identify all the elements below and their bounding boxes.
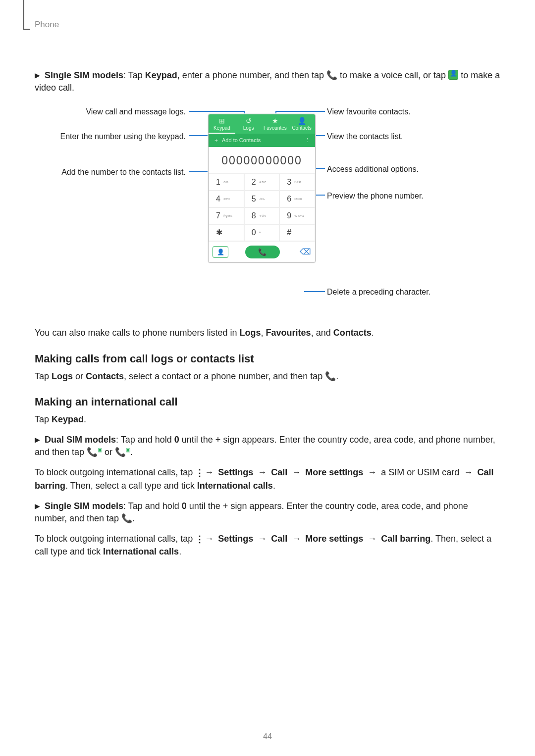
block-intl-dual: To block outgoing international calls, t… bbox=[35, 466, 500, 492]
callout-contacts: View the contacts list. bbox=[327, 132, 456, 141]
plus-icon: ＋ bbox=[214, 137, 219, 144]
callout-delete: Delete a preceding character. bbox=[327, 287, 466, 297]
more-options-icon[interactable]: ⋮ bbox=[305, 137, 310, 144]
key-7[interactable]: 7ᴘǫʀs bbox=[209, 207, 244, 224]
voice-call-button[interactable]: 📞 bbox=[245, 246, 280, 258]
key-2[interactable]: 2ᴀʙᴄ bbox=[244, 174, 280, 191]
single-sim-para: ▶ Single SIM models: Tap and hold 0 unti… bbox=[35, 500, 500, 525]
header-tab-mark bbox=[23, 0, 24, 30]
callout-fav: View favourite contacts. bbox=[327, 107, 456, 116]
video-call-icon bbox=[448, 70, 458, 80]
tab-contacts[interactable]: 👤Contacts bbox=[288, 114, 315, 133]
callout-logs: View call and message logs. bbox=[54, 107, 186, 116]
key-6[interactable]: 6ᴍɴᴏ bbox=[279, 191, 315, 207]
tab-favourites[interactable]: ★Favourites bbox=[262, 114, 289, 133]
callout-add: Add the number to the contacts list. bbox=[40, 167, 186, 177]
page-number: 44 bbox=[0, 732, 535, 741]
keypad-icon: ⊞ bbox=[209, 117, 235, 125]
callout-options: Access additional options. bbox=[327, 164, 456, 174]
person-icon: 👤 bbox=[288, 117, 315, 125]
key-9[interactable]: 9ᴡxʏᴢ bbox=[279, 207, 315, 224]
star-icon: ★ bbox=[262, 117, 289, 125]
backspace-button[interactable]: ⌫ bbox=[296, 247, 311, 256]
add-to-contacts-bar[interactable]: ＋Add to Contacts ⋮ bbox=[209, 134, 315, 147]
phone-sim1-icon: 📞▣ bbox=[87, 447, 102, 457]
dial-actions: 👤 📞 ⌫ bbox=[209, 241, 315, 262]
phone-handset-icon: 📞 bbox=[325, 371, 336, 381]
tab-keypad[interactable]: ⊞Keypad bbox=[209, 114, 235, 133]
triangle-bullet-icon: ▶ bbox=[35, 71, 40, 81]
callout-keypad: Enter the number using the keypad. bbox=[54, 132, 186, 141]
call-logs-para: Tap Logs or Contacts, select a contact o… bbox=[35, 370, 500, 383]
callout-preview: Preview the phone number. bbox=[327, 191, 456, 201]
phone-tabs: ⊞Keypad ↺Logs ★Favourites 👤Contacts bbox=[209, 114, 315, 133]
tab-logs[interactable]: ↺Logs bbox=[235, 114, 262, 133]
key-5[interactable]: 5ᴊᴋʟ bbox=[244, 191, 280, 207]
block-intl-single: To block outgoing international calls, t… bbox=[35, 533, 500, 558]
phone-screenshot: ⊞Keypad ↺Logs ★Favourites 👤Contacts ＋Add… bbox=[208, 114, 316, 262]
phone-handset-icon: 📞 bbox=[326, 70, 337, 80]
intro-label: Single SIM models bbox=[45, 70, 123, 80]
header: Phone bbox=[35, 20, 500, 40]
logs-fav-contacts-line: You can also make calls to phone numbers… bbox=[35, 327, 500, 339]
key-4[interactable]: 4ɢʜɪ bbox=[209, 191, 244, 207]
heading-intl-call: Making an international call bbox=[35, 396, 500, 408]
key-1[interactable]: 1ᴏᴏ bbox=[209, 174, 244, 191]
dial-number-display: 00000000000 bbox=[209, 147, 315, 174]
logs-icon: ↺ bbox=[235, 117, 262, 125]
key-0[interactable]: 0+ bbox=[244, 224, 280, 241]
phone-handset-icon: 📞 bbox=[121, 513, 132, 523]
dual-sim-para: ▶ Dual SIM models: Tap and hold 0 until … bbox=[35, 434, 500, 458]
tap-keypad-line: Tap Keypad. bbox=[35, 413, 500, 426]
key-8[interactable]: 8ᴛᴜᴠ bbox=[244, 207, 280, 224]
annotated-figure: View call and message logs. Enter the nu… bbox=[35, 104, 500, 312]
menu-icon: ⋮ bbox=[195, 467, 200, 479]
key-hash[interactable]: # bbox=[279, 224, 315, 241]
video-call-button[interactable]: 👤 bbox=[213, 246, 228, 258]
heading-call-logs: Making calls from call logs or contacts … bbox=[35, 353, 500, 365]
triangle-bullet-icon: ▶ bbox=[35, 435, 40, 445]
phone-sim2-icon: 📞▣ bbox=[115, 447, 130, 457]
section-title: Phone bbox=[35, 20, 59, 29]
key-3[interactable]: 3ᴅᴇғ bbox=[279, 174, 315, 191]
key-star[interactable]: ✱ bbox=[209, 224, 244, 241]
menu-icon: ⋮ bbox=[195, 533, 200, 546]
dial-keypad: 1ᴏᴏ 2ᴀʙᴄ 3ᴅᴇғ 4ɢʜɪ 5ᴊᴋʟ 6ᴍɴᴏ 7ᴘǫʀs 8ᴛᴜᴠ … bbox=[209, 174, 315, 241]
triangle-bullet-icon: ▶ bbox=[35, 502, 40, 511]
intro-paragraph: ▶ Single SIM models: Tap Keypad, enter a… bbox=[35, 69, 500, 94]
